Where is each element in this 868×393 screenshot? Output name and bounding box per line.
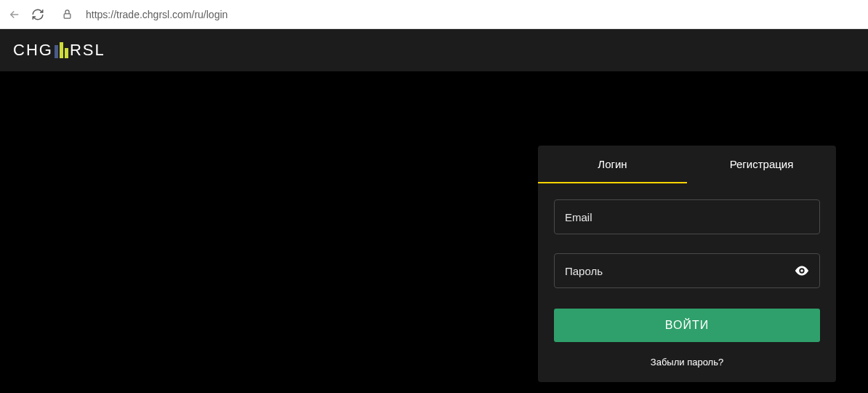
password-field[interactable] — [554, 253, 820, 288]
auth-tabs: Логин Регистрация — [538, 146, 836, 183]
tab-login[interactable]: Логин — [538, 146, 687, 183]
back-icon[interactable] — [7, 7, 22, 22]
site-header: CHG RSL — [0, 29, 868, 71]
email-field[interactable] — [554, 199, 820, 234]
tab-register[interactable]: Регистрация — [687, 146, 836, 183]
logo-text-left: CHG — [13, 41, 53, 60]
login-form: ВОЙТИ Забыли пароль? — [538, 183, 836, 382]
eye-icon[interactable] — [794, 263, 810, 282]
logo[interactable]: CHG RSL — [13, 41, 105, 60]
login-button[interactable]: ВОЙТИ — [554, 309, 820, 342]
login-card: Логин Регистрация ВОЙТИ Забыли пароль? — [538, 146, 836, 382]
browser-toolbar: https://trade.chgrsl.com/ru/login — [0, 0, 868, 29]
logo-bars-icon — [55, 42, 68, 58]
logo-text-right: RSL — [70, 41, 105, 60]
svg-rect-0 — [64, 14, 71, 18]
forgot-password-link[interactable]: Забыли пароль? — [554, 357, 820, 368]
reload-icon[interactable] — [31, 7, 45, 22]
password-wrap — [554, 253, 820, 307]
address-bar-url[interactable]: https://trade.chgrsl.com/ru/login — [86, 9, 228, 20]
lock-icon[interactable] — [60, 7, 74, 22]
page-body: Логин Регистрация ВОЙТИ Забыли пароль? — [0, 71, 868, 393]
